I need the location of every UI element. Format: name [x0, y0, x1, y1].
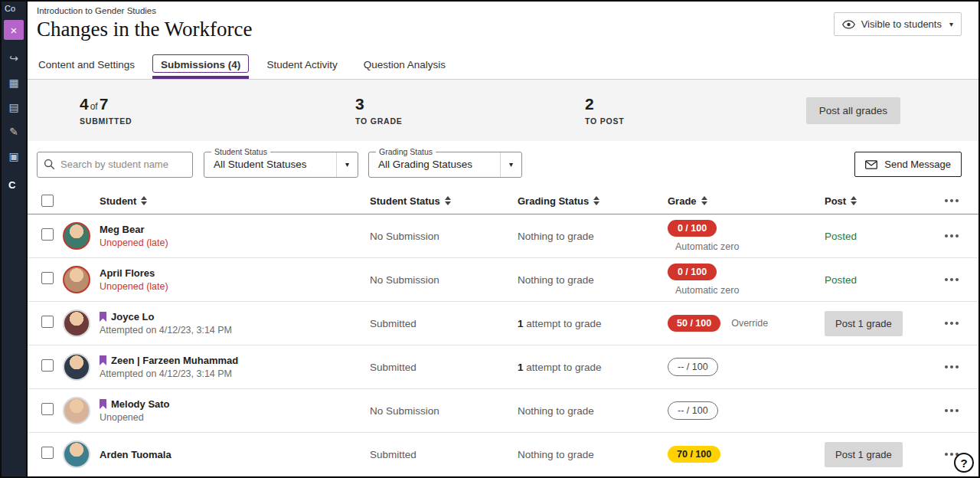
- row-checkbox[interactable]: [41, 316, 54, 328]
- eye-icon: [842, 20, 855, 29]
- avatar: [63, 222, 90, 250]
- stat-submitted-value: 4of7: [80, 95, 355, 113]
- grading-status-value: Nothing to grade: [518, 405, 668, 417]
- student-status-value: Submitted: [370, 449, 518, 460]
- student-name[interactable]: Meg Bear: [100, 224, 145, 235]
- student-name[interactable]: Joyce Lo: [111, 311, 154, 322]
- column-header-student[interactable]: Student: [100, 195, 370, 207]
- close-icon[interactable]: ×: [4, 20, 24, 40]
- accommodations-flag-icon: [100, 312, 106, 322]
- tab-student-activity[interactable]: Student Activity: [265, 51, 338, 79]
- stat-to-grade-value: 3: [355, 95, 585, 113]
- stat-to-grade: 3 TO GRADE: [355, 95, 585, 126]
- row-checkbox[interactable]: [41, 272, 54, 284]
- page-title: Changes in the Workforce: [37, 18, 963, 41]
- sort-icon: [701, 196, 707, 205]
- row-menu-icon[interactable]: [943, 319, 960, 328]
- row-checkbox[interactable]: [41, 228, 54, 241]
- student-name[interactable]: April Flores: [100, 267, 155, 279]
- page-header: Introduction to Gender Studies Changes i…: [28, 2, 978, 51]
- row-menu-icon[interactable]: [943, 275, 960, 284]
- select-all-checkbox[interactable]: [41, 195, 54, 207]
- row-checkbox[interactable]: [41, 447, 54, 459]
- avatar: [63, 309, 90, 337]
- row-menu-icon[interactable]: [943, 362, 960, 372]
- sort-icon: [851, 196, 857, 205]
- search-input[interactable]: [60, 159, 186, 170]
- column-header-student-status[interactable]: Student Status: [370, 195, 518, 207]
- table-row: April FloresUnopened (late)No Submission…: [28, 258, 978, 302]
- stat-submitted: 4of7 SUBMITTED: [80, 95, 355, 126]
- row-menu-icon[interactable]: [943, 231, 960, 241]
- row-checkbox[interactable]: [41, 403, 54, 415]
- filter-bar: Student Status All Student Statuses ▾ Gr…: [28, 141, 978, 188]
- posted-label: Posted: [825, 231, 857, 242]
- grid-icon[interactable]: ▦: [8, 77, 18, 89]
- student-status-value: Submitted: [370, 362, 518, 373]
- grade-pill[interactable]: -- / 100: [668, 401, 718, 420]
- post-all-grades-button[interactable]: Post all grades: [806, 97, 900, 124]
- tab-content-and-settings[interactable]: Content and Settings: [37, 51, 136, 79]
- send-message-label: Send Message: [884, 159, 951, 170]
- grading-status-value: 1 attempt to grade: [518, 318, 668, 329]
- grade-pill[interactable]: 0 / 100: [668, 220, 717, 237]
- grade-note: Automatic zero: [675, 285, 739, 296]
- column-header-grade[interactable]: Grade: [668, 195, 825, 207]
- table-header: Student Student Status Grading Status Gr…: [28, 188, 978, 214]
- student-status-select-label: Student Status: [211, 147, 270, 156]
- gradebook-window: Co × ↪▦▤✎▣ C Introduction to Gender Stud…: [0, 0, 980, 478]
- stat-to-grade-label: TO GRADE: [355, 116, 585, 126]
- grading-status-select-label: Grading Status: [376, 147, 436, 156]
- course-sidebar: Co × ↪▦▤✎▣ C: [2, 2, 28, 476]
- breadcrumb[interactable]: Introduction to Gender Studies: [37, 6, 963, 15]
- post-grade-button[interactable]: Post 1 grade: [825, 442, 903, 467]
- grade-pill[interactable]: -- / 100: [668, 358, 718, 376]
- document-icon[interactable]: ▤: [8, 101, 18, 113]
- student-status-select[interactable]: Student Status All Student Statuses ▾: [204, 152, 358, 178]
- send-message-button[interactable]: Send Message: [854, 152, 962, 177]
- visibility-dropdown[interactable]: Visible to students ▾: [834, 12, 962, 36]
- grading-status-select[interactable]: Grading Status All Grading Statuses ▾: [368, 152, 522, 178]
- accommodations-flag-icon: [100, 399, 106, 409]
- sidebar-course-label: Co: [2, 2, 26, 13]
- student-substatus: Unopened: [100, 412, 370, 423]
- grade-pill[interactable]: 50 / 100: [668, 315, 720, 332]
- student-status-value: No Submission: [370, 405, 518, 417]
- sidebar-section-label: C: [2, 179, 26, 191]
- tools-icon[interactable]: ▣: [8, 150, 18, 162]
- student-name[interactable]: Melody Sato: [111, 398, 170, 410]
- table-menu-icon[interactable]: [943, 196, 960, 205]
- student-substatus: Attempted on 4/12/23, 3:14 PM: [100, 368, 370, 379]
- row-menu-icon[interactable]: [943, 406, 960, 415]
- stat-to-post: 2 TO POST: [585, 95, 806, 126]
- tab-submissions[interactable]: Submissions (4): [159, 51, 242, 79]
- tab-question-analysis[interactable]: Question Analysis: [362, 51, 447, 79]
- student-status-value: No Submission: [370, 231, 518, 242]
- column-header-post[interactable]: Post: [825, 195, 943, 207]
- column-header-grading-status[interactable]: Grading Status: [518, 195, 668, 207]
- chevron-down-icon: ▾: [336, 152, 358, 177]
- pencil-icon[interactable]: ✎: [9, 126, 18, 138]
- row-checkbox[interactable]: [41, 359, 54, 372]
- stat-to-post-value: 2: [585, 95, 806, 113]
- avatar: [63, 440, 90, 468]
- student-substatus: Unopened (late): [100, 281, 370, 292]
- table-row: Arden TuomalaSubmittedNothing to grade70…: [28, 433, 978, 476]
- logout-icon[interactable]: ↪: [9, 52, 18, 64]
- post-grade-button[interactable]: Post 1 grade: [825, 311, 903, 336]
- sort-icon: [593, 196, 599, 205]
- sidebar-icon-list: ↪▦▤✎▣: [2, 52, 26, 162]
- table-row: Zeen | Farzeen MuhammadAttempted on 4/12…: [28, 345, 978, 389]
- student-name[interactable]: Arden Tuomala: [100, 449, 172, 460]
- chevron-down-icon: ▾: [500, 152, 521, 177]
- help-button[interactable]: ?: [954, 453, 974, 473]
- sort-icon: [445, 196, 451, 205]
- table-body: Meg BearUnopened (late)No SubmissionNoth…: [28, 214, 978, 476]
- grading-status-value: 1 attempt to grade: [518, 362, 668, 373]
- grade-pill[interactable]: 70 / 100: [668, 446, 720, 463]
- student-status-value: Submitted: [370, 318, 518, 329]
- avatar: [63, 353, 90, 381]
- grade-pill[interactable]: 0 / 100: [668, 264, 717, 280]
- student-name[interactable]: Zeen | Farzeen Muhammad: [111, 355, 238, 366]
- posted-label: Posted: [825, 274, 857, 286]
